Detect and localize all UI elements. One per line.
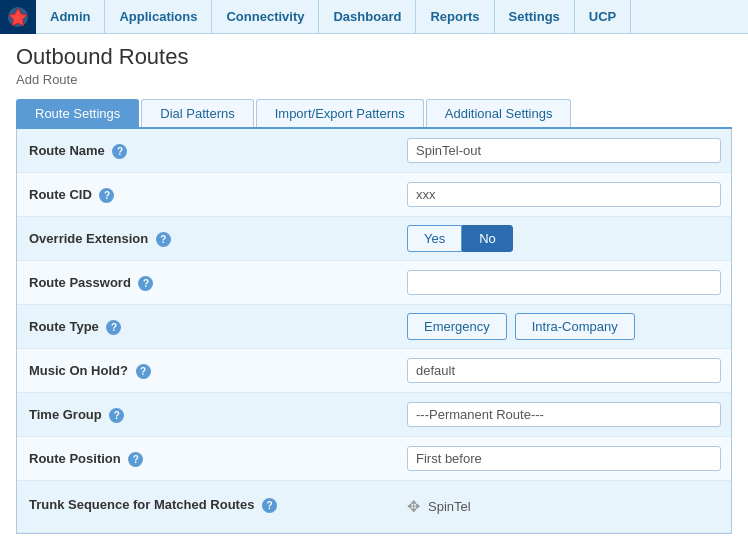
route-position-help-icon[interactable]: ? <box>128 452 143 467</box>
trunk-sequence-label: Trunk Sequence for Matched Routes ? <box>17 487 397 521</box>
route-type-label: Route Type ? <box>17 311 397 343</box>
logo <box>0 0 36 34</box>
trunk-sequence-row: Trunk Sequence for Matched Routes ? ✥ Sp… <box>17 481 731 533</box>
route-name-label: Route Name ? <box>17 135 397 167</box>
tab-bar: Route Settings Dial Patterns Import/Expo… <box>16 99 732 129</box>
music-on-hold-row: Music On Hold? ? <box>17 349 731 393</box>
route-password-control <box>397 264 731 301</box>
route-name-row: Route Name ? <box>17 129 731 173</box>
route-name-input[interactable] <box>407 138 721 163</box>
page-subtitle: Add Route <box>16 72 732 87</box>
override-extension-label: Override Extension ? <box>17 223 397 255</box>
route-type-row: Route Type ? Emergency Intra-Company <box>17 305 731 349</box>
route-name-control <box>397 132 731 169</box>
override-yes-button[interactable]: Yes <box>407 225 462 252</box>
route-cid-help-icon[interactable]: ? <box>99 188 114 203</box>
music-on-hold-help-icon[interactable]: ? <box>136 364 151 379</box>
time-group-help-icon[interactable]: ? <box>109 408 124 423</box>
override-extension-control: Yes No <box>397 219 731 258</box>
nav-tab-dashboard[interactable]: Dashboard <box>319 0 416 34</box>
page-title: Outbound Routes <box>16 44 732 70</box>
route-type-control: Emergency Intra-Company <box>397 307 731 346</box>
trunk-name-label: SpinTel <box>428 499 471 514</box>
override-no-button[interactable]: No <box>462 225 513 252</box>
page-header: Outbound Routes Add Route <box>0 34 748 89</box>
route-cid-label: Route CID ? <box>17 179 397 211</box>
route-cid-control <box>397 176 731 213</box>
trunk-sequence-help-icon[interactable]: ? <box>262 498 277 513</box>
music-on-hold-input[interactable] <box>407 358 721 383</box>
route-position-row: Route Position ? <box>17 437 731 481</box>
time-group-row: Time Group ? <box>17 393 731 437</box>
route-position-label: Route Position ? <box>17 443 397 475</box>
route-type-help-icon[interactable]: ? <box>106 320 121 335</box>
tab-dial-patterns[interactable]: Dial Patterns <box>141 99 253 127</box>
override-extension-help-icon[interactable]: ? <box>156 232 171 247</box>
trunk-item: ✥ SpinTel <box>407 493 721 520</box>
top-navigation: Admin Applications Connectivity Dashboar… <box>0 0 748 34</box>
time-group-input[interactable] <box>407 402 721 427</box>
drag-handle-icon[interactable]: ✥ <box>407 497 420 516</box>
music-on-hold-label: Music On Hold? ? <box>17 355 397 387</box>
route-password-input[interactable] <box>407 270 721 295</box>
route-password-label: Route Password ? <box>17 267 397 299</box>
tab-route-settings[interactable]: Route Settings <box>16 99 139 127</box>
route-cid-row: Route CID ? <box>17 173 731 217</box>
time-group-label: Time Group ? <box>17 399 397 431</box>
nav-tab-applications[interactable]: Applications <box>105 0 212 34</box>
route-cid-input[interactable] <box>407 182 721 207</box>
route-password-row: Route Password ? <box>17 261 731 305</box>
route-name-help-icon[interactable]: ? <box>112 144 127 159</box>
tab-additional-settings[interactable]: Additional Settings <box>426 99 572 127</box>
route-type-emergency-button[interactable]: Emergency <box>407 313 507 340</box>
time-group-control <box>397 396 731 433</box>
tab-import-export[interactable]: Import/Export Patterns <box>256 99 424 127</box>
nav-tab-settings[interactable]: Settings <box>495 0 575 34</box>
nav-tab-admin[interactable]: Admin <box>36 0 105 34</box>
nav-tab-connectivity[interactable]: Connectivity <box>212 0 319 34</box>
nav-tab-ucp[interactable]: UCP <box>575 0 631 34</box>
route-position-input[interactable] <box>407 446 721 471</box>
override-extension-row: Override Extension ? Yes No <box>17 217 731 261</box>
form-area: Route Name ? Route CID ? Override Extens… <box>16 129 732 534</box>
trunk-sequence-control: ✥ SpinTel <box>397 487 731 526</box>
nav-tab-reports[interactable]: Reports <box>416 0 494 34</box>
route-password-help-icon[interactable]: ? <box>138 276 153 291</box>
override-btn-group: Yes No <box>407 225 721 252</box>
route-position-control <box>397 440 731 477</box>
music-on-hold-control <box>397 352 731 389</box>
route-type-intra-button[interactable]: Intra-Company <box>515 313 635 340</box>
